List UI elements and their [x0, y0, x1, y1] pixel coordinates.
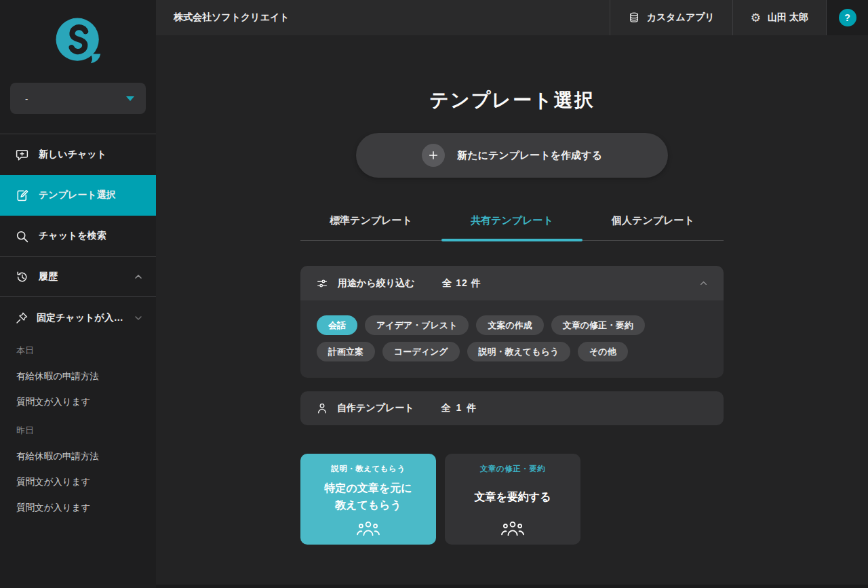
create-template-label: 新たにテンプレートを作成する [457, 149, 602, 162]
top-header: 株式会社ソフトクリエイト カスタムアプリ ⚙ 山田 太郎 ? [156, 0, 868, 35]
sidebar-item-label: 履歴 [39, 271, 58, 283]
template-card-explain[interactable]: 説明・教えてもらう 特定の文章を元に 教えてもらう [300, 454, 436, 545]
usage-filter-label: 用途から絞り込む [338, 277, 414, 290]
pin-icon [15, 311, 28, 325]
chevron-down-icon[interactable] [133, 313, 144, 324]
own-templates-panel[interactable]: 自作テンプレート 全 1 件 [300, 391, 724, 425]
filter-chip-planning[interactable]: 計画立案 [317, 342, 375, 361]
template-card-summarize[interactable]: 文章の修正・要約 文章を要約する [445, 454, 580, 545]
template-card-title-line: 教えてもらう [324, 497, 412, 514]
user-menu-button[interactable]: ⚙ 山田 太郎 [732, 0, 826, 35]
custom-app-label: カスタムアプリ [647, 12, 715, 24]
tab-personal-templates[interactable]: 個人テンプレート [583, 214, 724, 240]
sidebar-item-new-chat[interactable]: 新しいチャット [0, 134, 156, 175]
filter-chip-idea-brainstorm[interactable]: アイデア・ブレスト [365, 315, 469, 335]
search-icon [15, 229, 29, 243]
template-cards: 説明・教えてもらう 特定の文章を元に 教えてもらう [300, 454, 724, 545]
softcreate-logo-icon [50, 12, 106, 68]
usage-filter-header[interactable]: 用途から絞り込む 全 12 件 [300, 266, 724, 300]
template-card-category: 説明・教えてもらう [331, 464, 405, 474]
usage-filter-body: 会話 アイデア・ブレスト 文案の作成 文章の修正・要約 計画立案 コーディング … [300, 300, 724, 378]
help-button[interactable]: ? [826, 0, 868, 35]
template-card-category: 文章の修正・要約 [480, 464, 545, 474]
history-item[interactable]: 質問文が入ります [16, 476, 140, 488]
sidebar-item-search-chat[interactable]: チャットを検索 [0, 216, 156, 256]
create-template-button[interactable]: 新たにテンプレートを作成する [356, 133, 668, 178]
filter-chip-coding[interactable]: コーディング [382, 342, 460, 361]
sidebar-item-label: チャットを検索 [39, 230, 106, 242]
template-card-title-line: 文章を要約する [474, 489, 551, 506]
workspace-dropdown[interactable]: - [10, 83, 146, 114]
filter-chip-conversation[interactable]: 会話 [317, 315, 357, 335]
usage-filter-panel: 用途から絞り込む 全 12 件 会話 アイデア・ブレスト 文案の作成 文章の修正… [300, 266, 724, 378]
main-area: テンプレート選択 新たにテンプレートを作成する 標準テンプレート 共有テンプレー… [156, 35, 868, 588]
sidebar: - 新しいチャット テンプレート選択 [0, 0, 156, 588]
sidebar-item-history[interactable]: 履歴 [0, 256, 156, 297]
sidebar-item-template-select[interactable]: テンプレート選択 [0, 175, 156, 216]
chevron-up-icon[interactable] [133, 271, 144, 282]
custom-app-button[interactable]: カスタムアプリ [610, 0, 732, 35]
history-item[interactable]: 質問文が入ります [16, 396, 140, 408]
filter-chip-revise-summarize[interactable]: 文章の修正・要約 [551, 315, 645, 335]
app-logo [0, 0, 156, 68]
tab-shared-templates[interactable]: 共有テンプレート [441, 214, 583, 240]
header-actions: カスタムアプリ ⚙ 山田 太郎 ? [610, 0, 868, 35]
sliders-filter-icon [315, 277, 329, 290]
page-title: テンプレート選択 [300, 87, 724, 114]
history-item[interactable]: 質問文が入ります [16, 502, 140, 514]
filter-chip-other[interactable]: その他 [578, 342, 628, 361]
pinned-chats-label: 固定チャットが入… [37, 312, 123, 324]
filter-chip-explain[interactable]: 説明・教えてもらう [467, 342, 571, 361]
people-group-icon [500, 520, 525, 536]
company-name: 株式会社ソフトクリエイト [156, 0, 290, 35]
question-mark-icon: ? [839, 9, 856, 26]
history-clock-icon [15, 270, 29, 284]
template-card-title-line: 特定の文章を元に [324, 480, 412, 497]
history-group-label: 昨日 [16, 425, 140, 437]
sidebar-pinned-chats[interactable]: 固定チャットが入… [0, 297, 156, 339]
workspace-dropdown-value: - [25, 94, 28, 104]
people-group-icon [356, 520, 380, 536]
own-templates-label: 自作テンプレート [337, 402, 414, 414]
filter-chip-copywriting[interactable]: 文案の作成 [476, 315, 543, 335]
history-item[interactable]: 有給休暇の申請方法 [16, 450, 140, 463]
database-icon [628, 12, 640, 24]
user-name: 山田 太郎 [768, 12, 808, 24]
history-list: 本日 有給休暇の申請方法 質問文が入ります 昨日 有給休暇の申請方法 質問文が入… [0, 345, 156, 514]
sidebar-item-label: 新しいチャット [39, 149, 106, 161]
person-icon [315, 401, 329, 415]
gear-icon: ⚙ [751, 12, 761, 24]
usage-filter-count: 全 12 件 [442, 277, 481, 290]
plus-icon [422, 144, 445, 167]
edit-document-icon [15, 189, 29, 203]
own-templates-count: 全 1 件 [441, 402, 478, 414]
template-tabs: 標準テンプレート 共有テンプレート 個人テンプレート [300, 214, 724, 241]
sidebar-item-label: テンプレート選択 [39, 189, 116, 201]
history-item[interactable]: 有給休暇の申請方法 [16, 370, 140, 383]
chat-plus-icon [15, 148, 29, 162]
history-group-label: 本日 [16, 345, 140, 357]
sidebar-menu: 新しいチャット テンプレート選択 チャットを検索 [0, 134, 156, 297]
chevron-up-icon[interactable] [698, 278, 709, 288]
tab-standard-templates[interactable]: 標準テンプレート [300, 214, 441, 240]
caret-down-icon [126, 96, 134, 101]
